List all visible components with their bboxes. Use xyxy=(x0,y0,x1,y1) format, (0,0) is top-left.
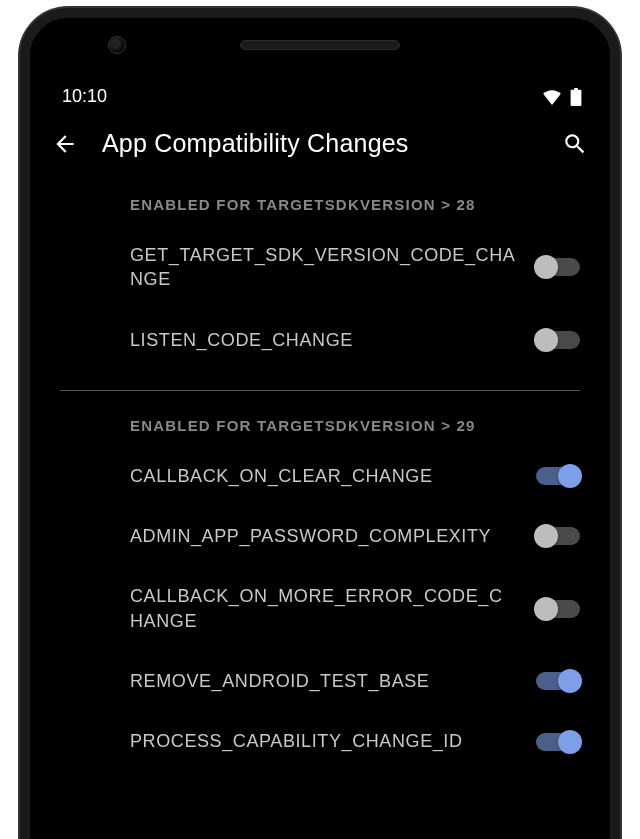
app-bar: App Compatibility Changes xyxy=(30,115,610,176)
toggle-switch[interactable] xyxy=(536,672,580,690)
section-sdk29: ENABLED FOR TARGETSDKVERSION > 29 CALLBA… xyxy=(30,397,610,786)
toggle-switch[interactable] xyxy=(536,527,580,545)
content: ENABLED FOR TARGETSDKVERSION > 28 GET_TA… xyxy=(30,176,610,786)
setting-label: REMOVE_ANDROID_TEST_BASE xyxy=(130,669,516,693)
status-time: 10:10 xyxy=(62,86,107,107)
page-title: App Compatibility Changes xyxy=(102,129,538,158)
setting-label: ADMIN_APP_PASSWORD_COMPLEXITY xyxy=(130,524,516,548)
notch xyxy=(30,18,610,72)
toggle-switch[interactable] xyxy=(536,733,580,751)
setting-row[interactable]: REMOVE_ANDROID_TEST_BASE xyxy=(30,651,610,711)
wifi-icon xyxy=(542,89,562,105)
screen: 10:10 App Compatibility Changes ENABLE xyxy=(30,72,610,839)
search-button[interactable] xyxy=(562,131,588,157)
setting-label: CALLBACK_ON_CLEAR_CHANGE xyxy=(130,464,516,488)
section-header: ENABLED FOR TARGETSDKVERSION > 29 xyxy=(30,397,610,446)
setting-label: CALLBACK_ON_MORE_ERROR_CODE_CHANGE xyxy=(130,584,516,633)
front-camera xyxy=(108,36,126,54)
setting-row[interactable]: CALLBACK_ON_CLEAR_CHANGE xyxy=(30,446,610,506)
battery-icon xyxy=(570,88,582,106)
phone-frame: 10:10 App Compatibility Changes ENABLE xyxy=(20,8,620,839)
setting-label: PROCESS_CAPABILITY_CHANGE_ID xyxy=(130,729,516,753)
setting-label: LISTEN_CODE_CHANGE xyxy=(130,328,516,352)
setting-row[interactable]: LISTEN_CODE_CHANGE xyxy=(30,310,610,370)
setting-row[interactable]: CALLBACK_ON_MORE_ERROR_CODE_CHANGE xyxy=(30,566,610,651)
section-header: ENABLED FOR TARGETSDKVERSION > 28 xyxy=(30,176,610,225)
status-bar: 10:10 xyxy=(30,72,610,115)
setting-row[interactable]: GET_TARGET_SDK_VERSION_CODE_CHANGE xyxy=(30,225,610,310)
toggle-switch[interactable] xyxy=(536,331,580,349)
setting-row[interactable]: ADMIN_APP_PASSWORD_COMPLEXITY xyxy=(30,506,610,566)
toggle-switch[interactable] xyxy=(536,258,580,276)
setting-row[interactable]: PROCESS_CAPABILITY_CHANGE_ID xyxy=(30,711,610,771)
setting-label: GET_TARGET_SDK_VERSION_CODE_CHANGE xyxy=(130,243,516,292)
toggle-switch[interactable] xyxy=(536,467,580,485)
back-button[interactable] xyxy=(52,131,78,157)
section-sdk28: ENABLED FOR TARGETSDKVERSION > 28 GET_TA… xyxy=(30,176,610,384)
status-icons xyxy=(542,88,582,106)
toggle-switch[interactable] xyxy=(536,600,580,618)
speaker-grille xyxy=(240,40,400,50)
divider xyxy=(60,390,580,391)
